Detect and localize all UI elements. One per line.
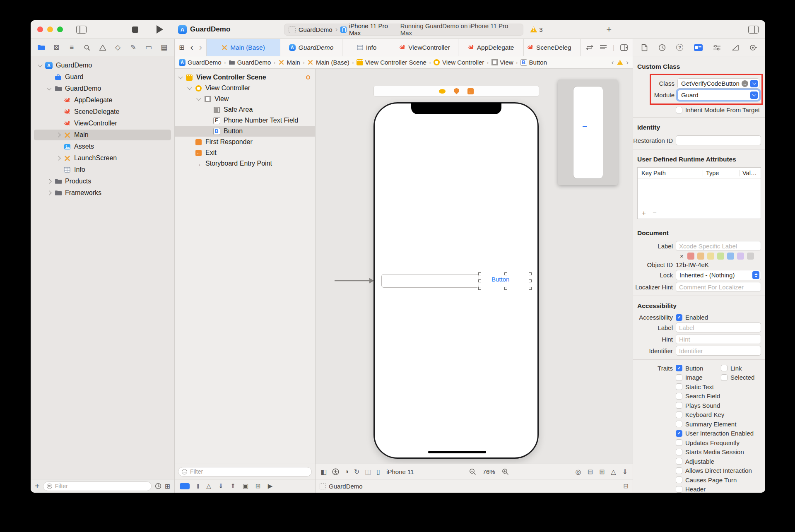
breadcrumb-item[interactable]: View — [500, 59, 513, 66]
tab-main-base[interactable]: Main (Base) — [207, 39, 280, 56]
trait-checkbox-direct-interaction[interactable] — [676, 467, 682, 474]
tree-item-group-guarddemo[interactable]: GuardDemo — [31, 83, 174, 94]
zoom-window-button[interactable] — [57, 26, 63, 32]
class-field[interactable]: GetVerifyCodeButton → — [677, 78, 759, 89]
report-navigator-icon[interactable]: ▤ — [159, 43, 169, 52]
tab-viewcontroller[interactable]: ViewController — [391, 39, 458, 56]
code-review-icon[interactable] — [585, 45, 594, 51]
lock-dropdown[interactable]: Inherited - (Nothing) — [676, 270, 761, 280]
forward-button[interactable]: › — [199, 42, 202, 53]
tree-item-frameworks[interactable]: Frameworks — [31, 187, 174, 199]
class-dropdown-icon[interactable] — [750, 80, 758, 87]
trait-checkbox-user-interaction[interactable] — [676, 430, 682, 437]
outline-item-firstresponder[interactable]: First Responder — [175, 137, 315, 147]
add-tab-button[interactable]: + — [606, 24, 612, 35]
navigator-filter-field[interactable] — [43, 481, 152, 491]
history-inspector-icon[interactable] — [658, 44, 666, 51]
trait-checkbox-static-text[interactable] — [676, 383, 682, 390]
add-constraints-icon[interactable]: ⊞ — [599, 468, 605, 476]
stack-embed-icon[interactable]: △ — [206, 482, 211, 490]
disclosure-closed-icon[interactable] — [56, 156, 60, 160]
outline-filter-field[interactable] — [178, 467, 312, 477]
color-swatch-purple[interactable] — [737, 253, 744, 260]
outline-item-safearea[interactable]: Safe Area — [175, 104, 315, 115]
no-color-button[interactable]: × — [680, 253, 684, 260]
remove-attribute-button[interactable]: − — [653, 209, 657, 217]
color-swatch-blue[interactable] — [727, 253, 734, 260]
minimize-window-button[interactable] — [47, 26, 53, 32]
trait-checkbox-page-turn[interactable] — [676, 477, 682, 483]
accessibility-preview-icon[interactable] — [332, 468, 339, 475]
breadcrumb-item[interactable]: GuardDemo — [237, 59, 271, 66]
inherit-module-checkbox[interactable] — [676, 107, 682, 113]
outline-item-scene[interactable]: View Controller Scene — [175, 72, 315, 83]
exit-dock-icon[interactable]: ← — [467, 88, 474, 94]
selection-handle[interactable] — [504, 287, 507, 290]
tree-item-assets[interactable]: Assets — [31, 141, 174, 152]
add-file-button[interactable]: + — [35, 481, 40, 491]
color-swatch-red[interactable] — [687, 253, 694, 260]
disclosure-open-icon[interactable] — [38, 63, 42, 67]
lock-stepper-icon[interactable] — [752, 271, 759, 279]
scheme-selector[interactable]: GuardDemo › iPhone 11 Pro Max Running Gu… — [284, 24, 523, 36]
accessibility-hint-input[interactable] — [676, 334, 761, 344]
resolve-autolayout-icon[interactable]: ▶ — [268, 482, 273, 490]
recent-files-icon[interactable] — [155, 483, 161, 489]
module-field[interactable]: Guard — [677, 90, 759, 100]
selection-handle[interactable] — [529, 272, 532, 275]
adjust-editor-icon[interactable] — [600, 45, 607, 51]
trait-checkbox-updates-frequently[interactable] — [676, 439, 682, 446]
canvas-device-name[interactable]: iPhone 11 — [386, 468, 414, 475]
tab-appdelegate[interactable]: AppDelegate — [458, 39, 524, 56]
pause-layout-icon[interactable]: ‖ — [197, 483, 199, 490]
source-control-navigator-icon[interactable]: ⊠ — [52, 43, 61, 52]
attributes-inspector-icon[interactable] — [713, 44, 721, 51]
symbol-navigator-icon[interactable]: ≡ — [67, 43, 76, 52]
disclosure-open-icon[interactable] — [187, 85, 192, 90]
disclosure-open-icon[interactable] — [178, 75, 183, 79]
device-choice-icon[interactable]: ▯ — [376, 468, 380, 476]
embed-icon[interactable]: ▣ — [243, 482, 248, 490]
breadcrumb-item[interactable]: Button — [529, 59, 547, 66]
tree-item-info[interactable]: Info — [31, 164, 174, 176]
localizer-hint-input[interactable] — [676, 282, 761, 292]
tree-item-main-selected[interactable]: Main — [31, 129, 174, 141]
toggle-inspector-icon[interactable] — [748, 26, 759, 34]
tree-item-project[interactable]: A GuardDemo — [31, 60, 174, 71]
find-navigator-icon[interactable] — [82, 43, 92, 52]
issues-badge[interactable]: 3 — [530, 26, 542, 33]
back-button[interactable]: ‹ — [190, 42, 193, 53]
trait-checkbox-button[interactable] — [676, 365, 682, 371]
warning-icon[interactable] — [617, 60, 623, 65]
outline-item-button-selected[interactable]: B Button — [175, 126, 315, 137]
storyboard-entry-arrow[interactable] — [335, 277, 374, 284]
run-button[interactable] — [157, 25, 163, 34]
accessibility-label-input[interactable] — [676, 323, 761, 332]
canvas-minimap[interactable] — [558, 79, 618, 185]
trait-checkbox-selected[interactable] — [721, 374, 728, 381]
selection-handle[interactable] — [478, 272, 481, 275]
breadcrumb-item[interactable]: View Controller — [442, 59, 484, 66]
breadcrumb-item[interactable]: Main — [287, 59, 300, 66]
appearance-icon[interactable]: ◑ — [344, 468, 349, 475]
tree-item-viewcontroller[interactable]: ViewController — [31, 118, 174, 129]
tab-guarddemo[interactable]: A GuardDemo — [280, 39, 342, 56]
storyboard-canvas[interactable]: ← Button — [316, 69, 633, 464]
toggle-outline-icon[interactable]: ◧ — [320, 468, 327, 476]
previous-issue-icon[interactable]: ‹ — [612, 58, 614, 67]
editor-grid-icon[interactable]: ⊞ — [179, 43, 184, 51]
color-swatch-orange[interactable] — [697, 253, 704, 260]
selection-handle[interactable] — [478, 287, 481, 290]
canvas-button[interactable]: Button — [491, 276, 509, 283]
accessibility-enabled-checkbox[interactable] — [676, 314, 682, 321]
selection-handle[interactable] — [529, 287, 532, 290]
color-swatch-gray[interactable] — [747, 253, 754, 260]
phone-number-text-field[interactable] — [381, 274, 479, 288]
navigator-filter-input[interactable] — [54, 482, 148, 490]
trait-checkbox-link[interactable] — [721, 365, 728, 371]
selection-handle[interactable] — [504, 272, 507, 275]
update-frames-icon[interactable]: ◎ — [576, 468, 581, 476]
trait-checkbox-plays-sound[interactable] — [676, 402, 682, 409]
connections-inspector-icon[interactable] — [749, 44, 757, 51]
breadcrumb-item[interactable]: Main (Base) — [316, 59, 349, 66]
